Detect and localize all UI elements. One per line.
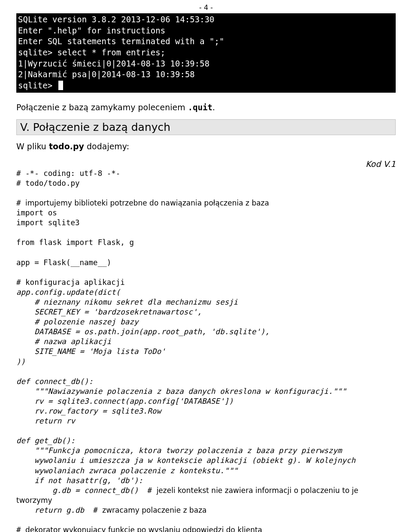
terminal-line: 1|Wyrzucić śmieci|0|2014-08-13 10:39:58 bbox=[18, 59, 209, 68]
terminal-line: Enter SQL statements terminated with a "… bbox=[18, 36, 224, 46]
code-line: if not hasattr(g, 'db'): bbox=[16, 476, 143, 485]
code-line: """Funkcja pomocnicza, ktora tworzy pola… bbox=[16, 446, 342, 455]
code-comment-hash: # bbox=[16, 526, 25, 532]
code-line: def connect_db(): bbox=[16, 377, 93, 386]
code-line: SITE_NAME = 'Moja lista ToDo' bbox=[16, 347, 166, 356]
terminal-line: 2|Nakarmić psa|0|2014-08-13 10:39:58 bbox=[18, 70, 195, 79]
text: . bbox=[212, 103, 215, 112]
code-comment: zwracamy polaczenie z baza bbox=[102, 506, 206, 514]
code-line: # konfiguracja aplikacji bbox=[16, 278, 125, 287]
code-line: return rv bbox=[16, 417, 75, 425]
code-line: )) bbox=[16, 357, 25, 366]
code-line: SECRET_KEY = 'bardzosekretnawartosc', bbox=[16, 308, 202, 316]
code-line: """Nawiazywanie polaczenia z baza danych… bbox=[16, 387, 346, 396]
code-line: g.db = connect_db() bbox=[16, 486, 148, 495]
code-line: return g.db bbox=[16, 506, 93, 514]
section-heading: V. Połączenie z bazą danych bbox=[16, 119, 396, 135]
code-comment-hash: # bbox=[16, 199, 25, 207]
code-line: # nieznany nikomu sekret dla mechanizmu … bbox=[16, 298, 238, 306]
code-line: wywolaniach zwraca polaczenie z kontekst… bbox=[16, 466, 238, 475]
paragraph-close-connection: Połączenie z bazą zamykamy poleceniem .q… bbox=[16, 102, 396, 113]
terminal-cursor bbox=[58, 81, 63, 90]
terminal-line: Enter ".help" for instructions bbox=[18, 26, 165, 35]
code-comment: dekorator wykonujacy funkcje po wyslaniu… bbox=[25, 526, 262, 532]
text: dodajemy: bbox=[84, 142, 129, 151]
code-line: # nazwa aplikacji bbox=[16, 337, 111, 346]
text: Połączenie z bazą zamykamy poleceniem bbox=[16, 103, 188, 112]
code-line: import os bbox=[16, 209, 57, 217]
code-line: # todo/todo.py bbox=[16, 179, 80, 187]
quit-command: .quit bbox=[188, 103, 212, 112]
code-line: app = Flask(__name__) bbox=[16, 258, 111, 267]
code-line: app.config.update(dict( bbox=[16, 288, 120, 296]
terminal-line: sqlite> select * from entries; bbox=[18, 48, 165, 57]
code-line: def get_db(): bbox=[16, 436, 75, 445]
terminal-prompt: sqlite> bbox=[18, 81, 58, 90]
code-line: import sqlite3 bbox=[16, 218, 80, 227]
terminal-line: SQLite version 3.8.2 2013-12-06 14:53:30 bbox=[18, 15, 215, 24]
code-listing: # -*- coding: utf-8 -*- # todo/todo.py #… bbox=[16, 169, 396, 532]
code-comment-hash: # bbox=[93, 506, 102, 514]
code-line: DATABASE = os.path.join(app.root_path, '… bbox=[16, 327, 270, 336]
code-comment-hash: # bbox=[148, 486, 157, 495]
text: W pliku bbox=[16, 142, 49, 151]
terminal-output: SQLite version 3.8.2 2013-12-06 14:53:30… bbox=[16, 13, 396, 93]
code-comment: importujemy biblioteki potrzebne do nawi… bbox=[25, 199, 269, 207]
code-line: rv.row_factory = sqlite3.Row bbox=[16, 407, 161, 415]
code-line: # polozenie naszej bazy bbox=[16, 317, 138, 326]
code-line: wywolaniu i umieszcza ja w kontekscie ap… bbox=[16, 456, 355, 465]
code-line: rv = sqlite3.connect(app.config['DATABAS… bbox=[16, 397, 233, 405]
paragraph-add-to-file: W pliku todo.py dodajemy: bbox=[16, 141, 396, 152]
code-listing-label: Kod V.1 bbox=[366, 159, 396, 169]
filename: todo.py bbox=[49, 142, 84, 151]
code-line: from flask import Flask, g bbox=[16, 238, 134, 247]
document-page: - 4 - SQLite version 3.8.2 2013-12-06 14… bbox=[0, 0, 412, 532]
page-number: - 4 - bbox=[16, 0, 396, 13]
code-line: # -*- coding: utf-8 -*- bbox=[16, 169, 120, 178]
